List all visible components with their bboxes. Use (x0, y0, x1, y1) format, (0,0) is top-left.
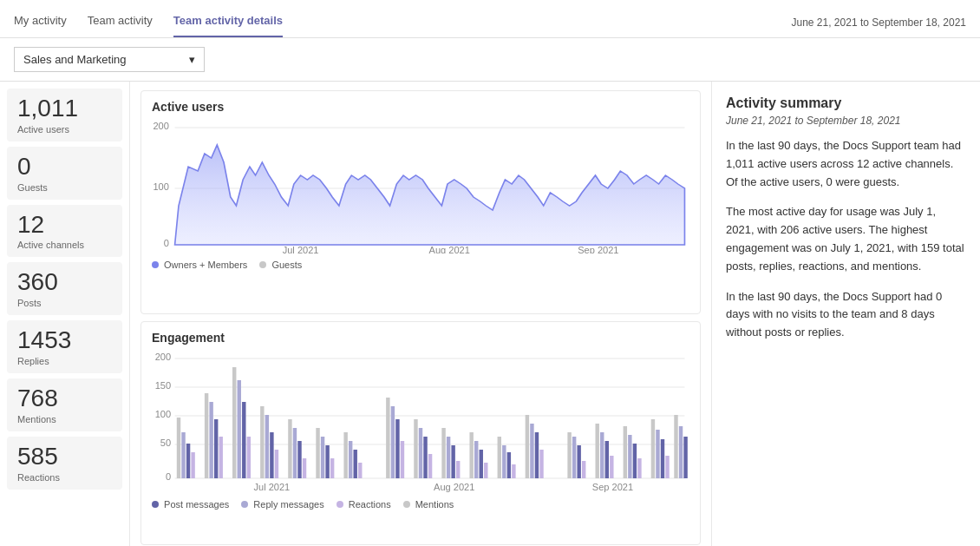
engagement-svg: 200 150 100 50 0 (152, 350, 689, 493)
bar (610, 456, 613, 478)
header-date-range: June 21, 2021 to September 18, 2021 (792, 16, 967, 29)
bar (441, 428, 445, 478)
svg-text:100: 100 (153, 182, 169, 192)
bar (651, 419, 655, 478)
svg-text:200: 200 (153, 122, 169, 131)
svg-text:50: 50 (160, 438, 171, 448)
legend-dot-mentions (403, 501, 410, 508)
svg-text:Sep 2021: Sep 2021 (592, 483, 633, 492)
svg-text:150: 150 (155, 381, 172, 391)
bar (343, 432, 347, 478)
team-selector-value: Sales and Marketing (23, 53, 127, 66)
bar (637, 458, 641, 478)
bar (414, 419, 417, 478)
team-selector-dropdown[interactable]: Sales and Marketing ▾ (14, 47, 205, 72)
bar (401, 441, 404, 478)
bar (325, 445, 329, 478)
legend-dot-reactions (336, 501, 343, 508)
stat-value: 768 (17, 385, 58, 412)
bar (469, 432, 473, 478)
svg-text:Jul 2021: Jul 2021 (253, 483, 290, 492)
bar (297, 441, 301, 478)
bar (577, 445, 580, 478)
stat-value: 0 (17, 154, 31, 181)
svg-text:Aug 2021: Aug 2021 (429, 246, 470, 253)
bar (219, 437, 223, 478)
charts-panel: Active users 200 100 0 (130, 82, 711, 546)
bar (456, 461, 460, 478)
svg-text:0: 0 (166, 472, 171, 482)
bar (232, 367, 236, 478)
bar (423, 437, 427, 478)
engagement-svg-wrap: 200 150 100 50 0 (152, 350, 689, 496)
bar (596, 424, 599, 478)
summary-paragraph-1: In the last 90 days, the Docs Support te… (726, 137, 966, 191)
bar (238, 380, 241, 478)
bar (582, 461, 585, 478)
bar (260, 406, 264, 478)
engagement-title: Engagement (152, 331, 689, 345)
bar (600, 432, 604, 478)
bar (419, 428, 422, 478)
stat-label: Guests (17, 182, 48, 193)
stat-label: Active users (17, 124, 69, 135)
tab-team-activity[interactable]: Team activity (88, 7, 153, 37)
stat-value: 12 (17, 212, 44, 239)
active-users-chart: Active users 200 100 0 (140, 90, 701, 314)
bar (512, 464, 515, 478)
legend-label-guests: Guests (271, 260, 302, 270)
bar (395, 419, 399, 478)
bar (354, 450, 357, 478)
stat-card: 768 Mentions (7, 378, 122, 431)
stat-label: Mentions (17, 414, 56, 424)
header: My activity Team activity Team activity … (0, 0, 980, 38)
bar (674, 415, 677, 478)
bar (498, 437, 501, 478)
bar (624, 426, 627, 478)
bar (428, 454, 432, 478)
legend-label-reply: Reply messages (253, 499, 323, 510)
bar (293, 428, 297, 478)
bar (628, 435, 631, 478)
bar (665, 456, 669, 478)
chevron-down-icon: ▾ (189, 53, 195, 66)
stat-card: 585 Reactions (7, 437, 122, 490)
legend-dot-guests (259, 261, 266, 268)
bar (242, 402, 245, 478)
svg-text:0: 0 (164, 239, 169, 248)
active-users-title: Active users (152, 100, 689, 114)
stat-value: 360 (17, 269, 58, 296)
stat-label: Posts (17, 298, 42, 308)
bar (391, 406, 395, 478)
team-selector-row: Sales and Marketing ▾ (0, 38, 980, 82)
stat-card: 1453 Replies (7, 320, 122, 373)
bar (288, 419, 291, 478)
bar (214, 419, 218, 478)
bar (507, 452, 511, 478)
stat-value: 1,011 (17, 95, 78, 122)
stat-label: Active channels (17, 240, 84, 250)
nav-tabs: My activity Team activity Team activity … (14, 7, 283, 37)
tab-my-activity[interactable]: My activity (14, 7, 67, 37)
bar (321, 437, 324, 478)
bar (386, 398, 389, 478)
legend-label-reactions: Reactions (349, 499, 391, 510)
bar (447, 437, 450, 478)
svg-text:200: 200 (155, 352, 172, 362)
bar (358, 463, 362, 478)
bar (316, 428, 319, 478)
legend-guests: Guests (259, 260, 302, 270)
tab-team-activity-details[interactable]: Team activity details (173, 7, 283, 37)
stat-card: 1,011 Active users (7, 89, 122, 141)
main-content: 1,011 Active users 0 Guests 12 Active ch… (0, 82, 980, 546)
legend-dot-owners (152, 261, 159, 268)
summary-panel: Activity summary June 21, 2021 to Septem… (711, 82, 980, 546)
stats-panel: 1,011 Active users 0 Guests 12 Active ch… (0, 82, 130, 546)
bar (526, 415, 529, 478)
summary-title: Activity summary (726, 95, 966, 111)
bar (330, 458, 334, 478)
legend-dot-reply (241, 501, 248, 508)
engagement-chart: Engagement 200 150 100 50 0 (140, 321, 701, 545)
legend-reactions: Reactions (336, 499, 391, 510)
summary-paragraph-3: In the last 90 days, the Docs Support ha… (726, 288, 966, 342)
